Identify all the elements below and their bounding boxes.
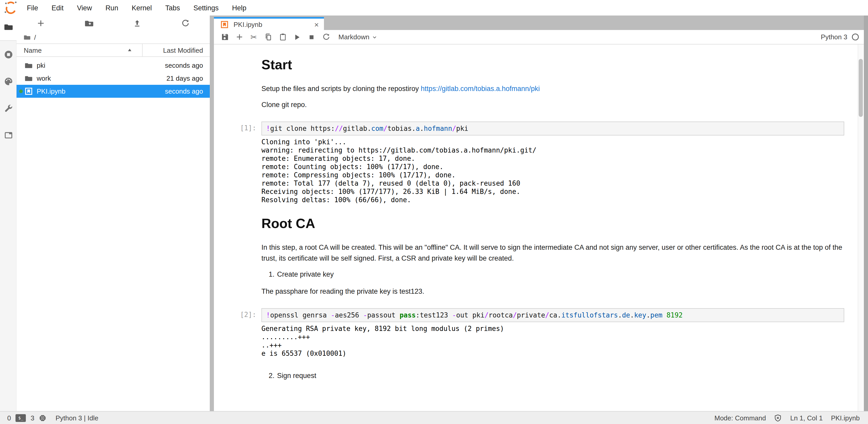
column-header-modified[interactable]: Last Modified [142,44,210,56]
restart-kernel-button[interactable] [319,30,333,44]
file-browser-icon[interactable] [4,22,13,32]
file-name: work [37,75,166,82]
menu-item[interactable]: Help [225,4,253,11]
running-sessions-icon[interactable] [4,50,13,59]
paragraph: The passphare for reading the private ke… [261,286,844,297]
kernel-name[interactable]: Python 3 [821,33,847,41]
upload-button[interactable] [113,16,161,31]
kernel-idle-icon [851,33,859,41]
markdown-cell[interactable]: Root CA In this step, a root CA will be … [223,210,844,302]
paragraph: In this step, a root CA will be created.… [261,242,844,264]
file-name: pki [37,61,165,69]
notebook-content: Start Setup the files and scripts by clo… [214,45,864,411]
dock-panel: PKI.ipynb × ✂ [210,16,868,411]
heading-root-ca: Root CA [261,216,844,232]
file-name: PKI.ipynb [37,87,165,95]
paragraph: Clone git repo. [261,99,844,110]
code-cell: [1]: !git clone https://gitlab.com/tobia… [223,121,844,204]
column-header-name[interactable]: Name [17,44,142,56]
repo-link[interactable]: https://gitlab.com/tobias.a.hofmann/pki [421,85,540,92]
file-modified: 21 days ago [166,75,203,82]
execution-count: [2]: [223,308,261,358]
close-icon[interactable]: × [314,21,319,28]
insert-cell-button[interactable] [232,30,246,44]
refresh-button[interactable] [161,16,210,31]
cell-prompt [223,52,261,115]
jupyter-logo-icon [5,2,17,14]
code-editor[interactable]: !git clone https://gitlab.com/tobias.a.h… [261,121,844,136]
kernel-running-dot [19,89,23,93]
list-item: 2.Sign request [261,370,844,381]
code-cell: [2]: !openssl genrsa -aes256 -passout pa… [223,308,844,358]
kernel-chip-icon [39,414,47,422]
new-launcher-button[interactable] [17,16,65,31]
cell-prompt [223,364,261,387]
paragraph: Setup the files and scripts by cloning t… [261,83,844,94]
property-inspector-icon[interactable] [4,104,13,113]
list-item: 1.Create private key [261,269,844,280]
trust-shield-icon [774,414,782,422]
menu-item[interactable]: Run [99,4,125,11]
cut-cells-button[interactable]: ✂ [246,30,261,44]
breadcrumb-root[interactable]: / [34,33,36,41]
jupyterlab-window: FileEditViewRunKernelTabsSettingsHelp [0,0,868,424]
breadcrumb[interactable]: / [17,31,210,44]
command-palette-icon[interactable] [4,77,13,86]
window-edge [864,16,868,411]
heading-start: Start [261,57,844,73]
new-folder-button[interactable] [65,16,113,31]
file-browser-panel: / Name Last Modified [17,16,210,411]
file-modified: seconds ago [165,87,203,95]
cell-prompt [223,210,261,302]
notebook-icon [221,21,228,28]
file-browser-toolbar [17,16,210,31]
folder-icon [25,75,33,82]
notebook-icon [25,87,33,95]
menu-item[interactable]: Kernel [125,4,159,11]
file-row[interactable]: PKI.ipynb seconds ago [17,85,210,98]
open-tabs-icon[interactable] [4,130,13,140]
run-button[interactable] [290,30,304,44]
execution-count: [1]: [223,121,261,204]
markdown-cell[interactable]: 2.Sign request [223,364,844,387]
folder-icon [24,34,30,40]
file-list-header: Name Last Modified [17,44,210,57]
tab-title: PKI.ipynb [234,21,314,28]
save-button[interactable] [218,30,232,44]
tab-pki-ipynb[interactable]: PKI.ipynb × [214,17,324,30]
menu-item[interactable]: File [20,4,45,11]
file-modified: seconds ago [165,61,203,69]
menu-bar: FileEditViewRunKernelTabsSettingsHelp [0,0,868,16]
sort-ascending-icon [128,48,132,52]
terminal-icon: $_ [16,414,26,422]
kernel-status[interactable]: Python 3 | Idle [56,414,98,422]
menu-item[interactable]: View [70,4,99,11]
chevron-down-icon [372,34,377,39]
file-list: pki seconds ago work 21 days ago [17,57,210,98]
notebook-scrollbar-thumb[interactable] [859,59,863,117]
folder-icon [25,61,33,69]
cell-output: Cloning into 'pki'... warning: redirecti… [261,138,844,204]
file-row[interactable]: pki seconds ago [17,59,210,72]
menu-item[interactable]: Tabs [159,4,187,11]
cursor-position: Ln 1, Col 1 [790,414,823,422]
kernel-count[interactable]: 3 [30,414,34,422]
copy-cells-button[interactable] [261,30,275,44]
menu-item[interactable]: Edit [45,4,70,11]
menu-item[interactable]: Settings [187,4,225,11]
paste-cells-button[interactable] [275,30,290,44]
notebook-toolbar: ✂ Markdown Python 3 [214,30,864,45]
menu-items: FileEditViewRunKernelTabsSettingsHelp [20,4,253,11]
cell-type-dropdown[interactable]: Markdown [338,33,377,41]
cell-list: Start Setup the files and scripts by clo… [214,45,864,387]
file-row[interactable]: work 21 days ago [17,72,210,85]
code-editor[interactable]: !openssl genrsa -aes256 -passout pass:te… [261,308,844,322]
markdown-cell[interactable]: Start Setup the files and scripts by clo… [223,52,844,115]
cell-output: Generating RSA private key, 8192 bit lon… [261,325,844,358]
statusbar-filename: PKI.ipynb [831,414,860,422]
terminal-count[interactable]: 0 [7,414,11,422]
activity-bar [0,16,17,411]
status-bar: 0 $_ 3 Python 3 | Idle Mode: Command Ln … [0,411,868,424]
interrupt-kernel-button[interactable] [304,30,319,44]
command-mode-indicator: Mode: Command [715,414,766,422]
